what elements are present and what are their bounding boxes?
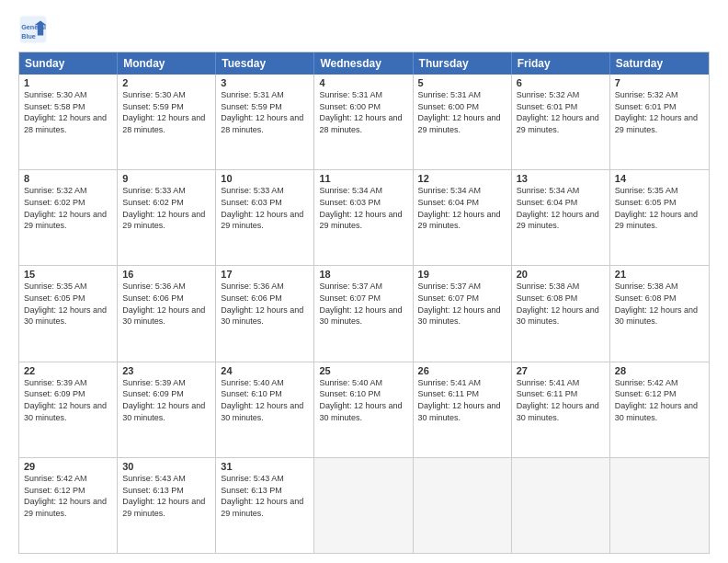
cal-cell: 3 Sunrise: 5:31 AMSunset: 5:59 PMDayligh… (216, 75, 314, 169)
day-info: Sunrise: 5:43 AMSunset: 6:13 PMDaylight:… (122, 474, 205, 518)
cal-header-cell: Tuesday (216, 52, 314, 75)
cal-cell: 22 Sunrise: 5:39 AMSunset: 6:09 PMDaylig… (19, 362, 118, 457)
day-number: 2 (122, 77, 210, 88)
day-number: 10 (221, 173, 309, 184)
cal-cell: 27 Sunrise: 5:41 AMSunset: 6:11 PMDaylig… (512, 362, 610, 457)
day-number: 19 (418, 269, 506, 280)
cal-cell: 17 Sunrise: 5:36 AMSunset: 6:06 PMDaylig… (216, 266, 314, 361)
day-info: Sunrise: 5:31 AMSunset: 6:00 PMDaylight:… (418, 90, 501, 134)
day-number: 28 (615, 365, 704, 376)
cal-cell (610, 458, 709, 553)
day-number: 7 (615, 77, 704, 88)
day-info: Sunrise: 5:42 AMSunset: 6:12 PMDaylight:… (24, 474, 107, 518)
cal-cell: 9 Sunrise: 5:33 AMSunset: 6:02 PMDayligh… (118, 170, 216, 265)
day-number: 17 (221, 269, 309, 280)
logo-icon: General Blue (18, 15, 48, 44)
day-number: 16 (122, 269, 210, 280)
day-info: Sunrise: 5:32 AMSunset: 6:01 PMDaylight:… (517, 90, 599, 134)
cal-cell: 23 Sunrise: 5:39 AMSunset: 6:09 PMDaylig… (118, 362, 216, 457)
day-number: 1 (24, 77, 112, 88)
cal-cell: 31 Sunrise: 5:43 AMSunset: 6:13 PMDaylig… (216, 458, 314, 553)
day-info: Sunrise: 5:31 AMSunset: 5:59 PMDaylight:… (221, 90, 303, 134)
day-info: Sunrise: 5:38 AMSunset: 6:08 PMDaylight:… (517, 282, 599, 326)
day-number: 3 (221, 77, 309, 88)
cal-cell: 13 Sunrise: 5:34 AMSunset: 6:04 PMDaylig… (512, 170, 610, 265)
cal-row: 29 Sunrise: 5:42 AMSunset: 6:12 PMDaylig… (19, 457, 709, 553)
cal-cell: 20 Sunrise: 5:38 AMSunset: 6:08 PMDaylig… (512, 266, 610, 361)
cal-cell: 10 Sunrise: 5:33 AMSunset: 6:03 PMDaylig… (216, 170, 314, 265)
day-info: Sunrise: 5:36 AMSunset: 6:06 PMDaylight:… (221, 282, 303, 326)
cal-cell: 4 Sunrise: 5:31 AMSunset: 6:00 PMDayligh… (314, 75, 413, 169)
page: General Blue SundayMondayTuesdayWednesda… (0, 0, 728, 563)
day-info: Sunrise: 5:31 AMSunset: 6:00 PMDaylight:… (319, 90, 402, 134)
cal-cell: 8 Sunrise: 5:32 AMSunset: 6:02 PMDayligh… (19, 170, 118, 265)
cal-cell: 19 Sunrise: 5:37 AMSunset: 6:07 PMDaylig… (414, 266, 512, 361)
day-number: 26 (418, 365, 506, 376)
day-number: 20 (517, 269, 605, 280)
day-info: Sunrise: 5:42 AMSunset: 6:12 PMDaylight:… (615, 378, 698, 422)
day-info: Sunrise: 5:41 AMSunset: 6:11 PMDaylight:… (517, 378, 599, 422)
cal-cell: 18 Sunrise: 5:37 AMSunset: 6:07 PMDaylig… (314, 266, 413, 361)
cal-cell: 11 Sunrise: 5:34 AMSunset: 6:03 PMDaylig… (314, 170, 413, 265)
day-number: 25 (319, 365, 407, 376)
day-info: Sunrise: 5:34 AMSunset: 6:04 PMDaylight:… (517, 186, 599, 230)
day-info: Sunrise: 5:35 AMSunset: 6:05 PMDaylight:… (615, 186, 698, 230)
day-info: Sunrise: 5:30 AMSunset: 5:58 PMDaylight:… (24, 90, 107, 134)
cal-cell: 29 Sunrise: 5:42 AMSunset: 6:12 PMDaylig… (19, 458, 118, 553)
day-number: 13 (517, 173, 605, 184)
day-number: 15 (24, 269, 112, 280)
day-info: Sunrise: 5:43 AMSunset: 6:13 PMDaylight:… (221, 474, 303, 518)
day-number: 11 (319, 173, 407, 184)
day-info: Sunrise: 5:34 AMSunset: 6:04 PMDaylight:… (418, 186, 501, 230)
day-info: Sunrise: 5:41 AMSunset: 6:11 PMDaylight:… (418, 378, 501, 422)
cal-cell: 30 Sunrise: 5:43 AMSunset: 6:13 PMDaylig… (118, 458, 216, 553)
cal-row: 22 Sunrise: 5:39 AMSunset: 6:09 PMDaylig… (19, 362, 709, 457)
day-info: Sunrise: 5:30 AMSunset: 5:59 PMDaylight:… (122, 90, 205, 134)
day-number: 30 (122, 461, 210, 472)
cal-cell: 21 Sunrise: 5:38 AMSunset: 6:08 PMDaylig… (610, 266, 709, 361)
cal-row: 1 Sunrise: 5:30 AMSunset: 5:58 PMDayligh… (19, 75, 709, 169)
day-info: Sunrise: 5:32 AMSunset: 6:02 PMDaylight:… (24, 186, 107, 230)
cal-cell: 25 Sunrise: 5:40 AMSunset: 6:10 PMDaylig… (314, 362, 413, 457)
day-number: 23 (122, 365, 210, 376)
day-number: 5 (418, 77, 506, 88)
day-info: Sunrise: 5:39 AMSunset: 6:09 PMDaylight:… (122, 378, 205, 422)
cal-cell: 16 Sunrise: 5:36 AMSunset: 6:06 PMDaylig… (118, 266, 216, 361)
day-number: 18 (319, 269, 407, 280)
cal-cell: 7 Sunrise: 5:32 AMSunset: 6:01 PMDayligh… (610, 75, 709, 169)
day-number: 9 (122, 173, 210, 184)
calendar-body: 1 Sunrise: 5:30 AMSunset: 5:58 PMDayligh… (19, 75, 709, 553)
day-info: Sunrise: 5:37 AMSunset: 6:07 PMDaylight:… (418, 282, 501, 326)
day-number: 14 (615, 173, 704, 184)
day-number: 22 (24, 365, 112, 376)
cal-cell (414, 458, 512, 553)
day-number: 4 (319, 77, 407, 88)
day-number: 8 (24, 173, 112, 184)
day-info: Sunrise: 5:39 AMSunset: 6:09 PMDaylight:… (24, 378, 107, 422)
cal-header-cell: Thursday (414, 52, 512, 75)
day-number: 31 (221, 461, 309, 472)
day-info: Sunrise: 5:40 AMSunset: 6:10 PMDaylight:… (319, 378, 402, 422)
cal-cell: 1 Sunrise: 5:30 AMSunset: 5:58 PMDayligh… (19, 75, 118, 169)
day-number: 24 (221, 365, 309, 376)
svg-text:Blue: Blue (21, 32, 36, 40)
cal-cell: 26 Sunrise: 5:41 AMSunset: 6:11 PMDaylig… (414, 362, 512, 457)
cal-header-cell: Monday (118, 52, 216, 75)
day-number: 29 (24, 461, 112, 472)
day-info: Sunrise: 5:32 AMSunset: 6:01 PMDaylight:… (615, 90, 698, 134)
day-number: 21 (615, 269, 704, 280)
day-info: Sunrise: 5:38 AMSunset: 6:08 PMDaylight:… (615, 282, 698, 326)
day-number: 6 (517, 77, 605, 88)
cal-cell: 6 Sunrise: 5:32 AMSunset: 6:01 PMDayligh… (512, 75, 610, 169)
day-info: Sunrise: 5:40 AMSunset: 6:10 PMDaylight:… (221, 378, 303, 422)
cal-cell (314, 458, 413, 553)
cal-row: 15 Sunrise: 5:35 AMSunset: 6:05 PMDaylig… (19, 265, 709, 361)
day-info: Sunrise: 5:33 AMSunset: 6:03 PMDaylight:… (221, 186, 303, 230)
day-info: Sunrise: 5:34 AMSunset: 6:03 PMDaylight:… (319, 186, 402, 230)
cal-cell: 5 Sunrise: 5:31 AMSunset: 6:00 PMDayligh… (414, 75, 512, 169)
logo: General Blue (18, 15, 51, 44)
day-info: Sunrise: 5:33 AMSunset: 6:02 PMDaylight:… (122, 186, 205, 230)
cal-header-cell: Saturday (610, 52, 709, 75)
day-info: Sunrise: 5:37 AMSunset: 6:07 PMDaylight:… (319, 282, 402, 326)
cal-header-cell: Friday (512, 52, 610, 75)
